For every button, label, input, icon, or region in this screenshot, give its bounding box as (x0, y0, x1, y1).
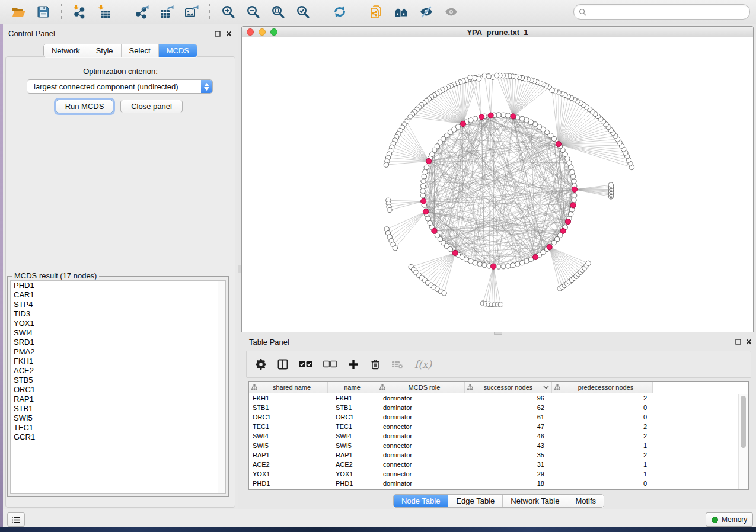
column-header-successor-nodes[interactable]: successor nodes (465, 382, 552, 393)
tab-network[interactable]: Network (44, 44, 88, 57)
table-row[interactable]: SWI5SWI5connector431 (249, 441, 748, 450)
column-header-mcds-role[interactable]: MCDS role (377, 382, 465, 393)
export-table-icon[interactable] (159, 4, 174, 20)
table-cell-shared-name[interactable]: SWI5 (249, 442, 328, 449)
mcds-result-item[interactable]: STB5 (11, 376, 225, 385)
mcds-result-item[interactable]: GCR1 (11, 432, 225, 442)
save-session-icon[interactable] (36, 4, 51, 20)
table-cell-predecessor-nodes[interactable]: 2 (552, 423, 653, 430)
table-cell-name[interactable]: YOX1 (328, 470, 377, 477)
table-cell-shared-name[interactable]: ACE2 (249, 461, 328, 468)
hide-selected-icon[interactable] (419, 4, 434, 20)
table-cell-predecessor-nodes[interactable]: 2 (552, 395, 653, 402)
refresh-layout-icon[interactable] (332, 4, 347, 20)
column-header-name[interactable]: name (328, 382, 377, 393)
table-cell-name[interactable]: TEC1 (328, 423, 377, 430)
tab-select[interactable]: Select (122, 44, 159, 57)
optimization-criterion-select[interactable]: largest connected component (undirected) (27, 79, 213, 94)
search-field[interactable] (573, 4, 750, 20)
zoom-selected-icon[interactable] (295, 4, 311, 20)
mcds-result-item[interactable]: PHD1 (11, 281, 225, 290)
table-cell-name[interactable]: RAP1 (328, 451, 377, 459)
mcds-list-scrollbar[interactable] (218, 281, 225, 493)
table-row[interactable]: PHD1PHD1dominator180 (249, 479, 748, 488)
mcds-result-item[interactable]: YOX1 (11, 319, 225, 328)
select-all-icon[interactable] (299, 357, 313, 371)
table-cell-mcds-role[interactable]: connector (377, 470, 465, 477)
table-cell-name[interactable]: SWI5 (328, 442, 377, 449)
tab-motifs[interactable]: Motifs (567, 495, 604, 507)
window-close-icon[interactable] (247, 28, 254, 36)
table-cell-mcds-role[interactable]: connector (377, 423, 465, 430)
clone-network-icon[interactable] (369, 4, 384, 20)
table-cell-shared-name[interactable]: RAP1 (249, 451, 328, 459)
table-cell-successor-nodes[interactable]: 35 (465, 451, 552, 459)
mcds-result-item[interactable]: STB1 (11, 404, 225, 414)
table-cell-shared-name[interactable]: TEC1 (249, 423, 328, 430)
table-cell-predecessor-nodes[interactable]: 2 (552, 451, 653, 459)
mcds-result-item[interactable]: PMA2 (11, 347, 225, 357)
close-table-panel-icon[interactable] (745, 338, 752, 345)
table-cell-predecessor-nodes[interactable]: 1 (552, 442, 653, 449)
mcds-result-item[interactable]: ACE2 (11, 366, 225, 376)
table-cell-successor-nodes[interactable]: 47 (465, 423, 552, 430)
tab-edge-table[interactable]: Edge Table (448, 495, 503, 507)
table-row[interactable]: TEC1TEC1connector472 (249, 422, 748, 431)
table-cell-name[interactable]: PHD1 (328, 480, 377, 487)
table-cell-mcds-role[interactable]: dominator (377, 404, 465, 411)
table-cell-mcds-role[interactable]: dominator (377, 432, 465, 440)
table-row[interactable]: ORC1ORC1dominator610 (249, 412, 748, 422)
table-row[interactable]: YOX1YOX1connector291 (249, 469, 748, 479)
close-panel-icon[interactable] (225, 30, 232, 37)
table-cell-mcds-role[interactable]: dominator (377, 414, 465, 421)
zoom-in-icon[interactable] (221, 4, 236, 20)
window-minimize-icon[interactable] (259, 28, 266, 36)
column-header-shared-name[interactable]: shared name (249, 382, 328, 393)
search-input[interactable] (589, 5, 745, 18)
table-cell-successor-nodes[interactable]: 96 (465, 395, 552, 402)
table-cell-successor-nodes[interactable]: 18 (465, 480, 552, 487)
network-window-titlebar[interactable]: YPA_prune.txt_1 (242, 27, 753, 38)
add-column-icon[interactable] (347, 357, 359, 371)
mcds-result-item[interactable]: FKH1 (11, 357, 225, 366)
float-panel-icon[interactable] (213, 30, 221, 37)
table-cell-successor-nodes[interactable]: 29 (465, 470, 552, 477)
import-table-icon[interactable] (97, 4, 113, 20)
table-row[interactable]: SWI4SWI4dominator462 (249, 431, 748, 441)
mcds-result-item[interactable]: RAP1 (11, 395, 225, 404)
zoom-out-icon[interactable] (245, 4, 261, 20)
tab-node-table[interactable]: Node Table (394, 495, 449, 507)
import-network-icon[interactable] (72, 4, 88, 20)
table-cell-predecessor-nodes[interactable]: 1 (552, 470, 653, 477)
table-cell-successor-nodes[interactable]: 43 (465, 442, 552, 449)
mcds-result-item[interactable]: STP4 (11, 300, 225, 309)
table-cell-shared-name[interactable]: ORC1 (249, 414, 328, 421)
column-header-predecessor-nodes[interactable]: predecessor nodes (552, 382, 653, 393)
first-neighbors-icon[interactable] (394, 4, 409, 20)
tab-style[interactable]: Style (88, 44, 122, 57)
network-canvas[interactable] (242, 37, 753, 332)
column-selector-icon[interactable] (277, 357, 289, 371)
zoom-fit-icon[interactable] (270, 4, 286, 20)
memory-button[interactable]: Memory (706, 512, 753, 527)
task-history-button[interactable] (7, 512, 25, 527)
table-scrollbar-thumb[interactable] (741, 396, 746, 448)
table-cell-mcds-role[interactable]: dominator (377, 395, 465, 402)
table-row[interactable]: ACE2ACE2connector311 (249, 460, 748, 469)
export-network-icon[interactable] (134, 4, 149, 20)
table-scrollbar[interactable] (738, 394, 748, 489)
table-cell-shared-name[interactable]: YOX1 (249, 470, 328, 477)
window-zoom-icon[interactable] (270, 28, 277, 36)
table-cell-successor-nodes[interactable]: 31 (465, 461, 552, 468)
mcds-result-item[interactable]: TID3 (11, 309, 225, 319)
open-session-icon[interactable] (11, 4, 26, 20)
table-cell-successor-nodes[interactable]: 46 (465, 432, 552, 440)
table-row[interactable]: FKH1FKH1dominator962 (249, 393, 748, 403)
table-cell-mcds-role[interactable]: connector (377, 461, 465, 468)
table-cell-predecessor-nodes[interactable]: 0 (552, 414, 653, 421)
export-image-icon[interactable] (184, 4, 199, 20)
mcds-result-item[interactable]: TEC1 (11, 423, 225, 432)
table-cell-successor-nodes[interactable]: 62 (465, 404, 552, 411)
mcds-result-item[interactable]: SWI4 (11, 328, 225, 338)
settings-icon[interactable] (255, 357, 267, 371)
